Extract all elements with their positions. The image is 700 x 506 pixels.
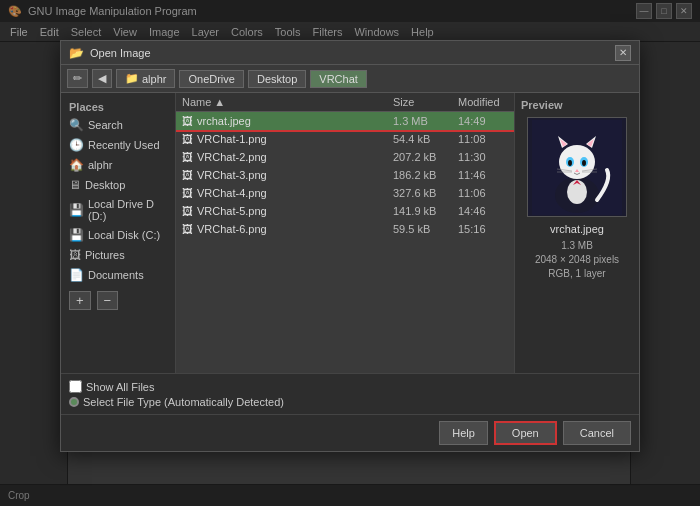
dialog-title-bar: 📂 Open Image ✕ — [61, 41, 639, 65]
places-item-recently-used[interactable]: 🕒 Recently Used — [61, 135, 175, 155]
places-header: Places — [61, 97, 175, 115]
image-icon: 🖼 — [182, 205, 193, 217]
dialog-icon: 📂 — [69, 46, 84, 60]
home-icon: 🏠 — [69, 158, 84, 172]
places-item-desktop[interactable]: 🖥 Desktop — [61, 175, 175, 195]
search-icon: 🔍 — [69, 118, 84, 132]
svg-point-10 — [568, 160, 572, 166]
image-icon: 🖼 — [182, 115, 193, 127]
breadcrumb-alphr[interactable]: 📁 alphr — [116, 69, 175, 88]
show-all-files-checkbox[interactable] — [69, 380, 82, 393]
file-name-vrchat: 🖼 vrchat.jpeg — [182, 115, 393, 127]
file-item-vrchat-2[interactable]: 🖼 VRChat-2.png 207.2 kB 11:30 — [176, 148, 514, 166]
footer-buttons: Help Open Cancel — [61, 414, 639, 451]
image-icon: 🖼 — [182, 187, 193, 199]
edit-path-button[interactable]: ✏ — [67, 69, 88, 88]
svg-point-11 — [582, 160, 586, 166]
file-item-vrchat-5[interactable]: 🖼 VRChat-5.png 141.9 kB 14:46 — [176, 202, 514, 220]
column-name[interactable]: Name ▲ — [182, 96, 393, 108]
file-item-vrchat-jpeg[interactable]: 🖼 vrchat.jpeg 1.3 MB 14:49 — [176, 112, 514, 130]
documents-icon: 📄 — [69, 268, 84, 282]
clock-icon: 🕒 — [69, 138, 84, 152]
places-item-drive-c[interactable]: 💾 Local Disk (C:) — [61, 225, 175, 245]
add-bookmark-button[interactable]: + — [69, 291, 91, 310]
dialog-content: Places 🔍 Search 🕒 Recently Used 🏠 alphr … — [61, 93, 639, 373]
file-item-vrchat-1[interactable]: 🖼 VRChat-1.png 54.4 kB 11:08 — [176, 130, 514, 148]
sort-icon: ▲ — [214, 96, 225, 108]
image-icon: 🖼 — [182, 169, 193, 181]
image-icon: 🖼 — [182, 151, 193, 163]
column-size[interactable]: Size — [393, 96, 458, 108]
places-item-drive-d[interactable]: 💾 Local Drive D (D:) — [61, 195, 175, 225]
preview-image — [527, 117, 627, 217]
open-image-dialog: 📂 Open Image ✕ ✏ ◀ 📁 alphr OneDrive Desk… — [60, 40, 640, 452]
breadcrumb-onedrive[interactable]: OneDrive — [179, 70, 243, 88]
dialog-close-button[interactable]: ✕ — [615, 45, 631, 61]
help-button[interactable]: Help — [439, 421, 488, 445]
file-item-vrchat-4[interactable]: 🖼 VRChat-4.png 327.6 kB 11:06 — [176, 184, 514, 202]
column-modified[interactable]: Modified — [458, 96, 508, 108]
dialog-title: Open Image — [90, 47, 151, 59]
back-button[interactable]: ◀ — [92, 69, 112, 88]
file-list-header: Name ▲ Size Modified — [176, 93, 514, 112]
file-item-vrchat-3[interactable]: 🖼 VRChat-3.png 186.2 kB 11:46 — [176, 166, 514, 184]
remove-bookmark-button[interactable]: − — [97, 291, 119, 310]
dialog-footer: Show All Files Select File Type (Automat… — [61, 373, 639, 451]
preview-panel: Preview — [514, 93, 639, 373]
folder-icon: 📁 — [125, 72, 139, 85]
svg-point-3 — [559, 145, 595, 179]
image-icon: 🖼 — [182, 223, 193, 235]
preview-header: Preview — [521, 99, 563, 111]
open-button[interactable]: Open — [494, 421, 557, 445]
desktop-icon: 🖥 — [69, 178, 81, 192]
drive-d-icon: 💾 — [69, 203, 84, 217]
places-item-documents[interactable]: 📄 Documents — [61, 265, 175, 285]
show-all-files-option[interactable]: Show All Files — [69, 380, 631, 393]
file-list: 🖼 vrchat.jpeg 1.3 MB 14:49 🖼 VRChat-1.pn… — [176, 112, 514, 373]
file-size-vrchat: 1.3 MB — [393, 115, 458, 127]
pictures-icon: 🖼 — [69, 248, 81, 262]
location-bar: ✏ ◀ 📁 alphr OneDrive Desktop VRChat — [61, 65, 639, 93]
svg-point-2 — [567, 180, 587, 204]
places-item-alphr[interactable]: 🏠 alphr — [61, 155, 175, 175]
select-file-type-option[interactable]: Select File Type (Automatically Detected… — [69, 396, 631, 408]
file-panel: Name ▲ Size Modified 🖼 vrchat.jpeg 1.3 M… — [176, 93, 514, 373]
footer-options: Show All Files Select File Type (Automat… — [61, 374, 639, 414]
file-type-radio — [69, 397, 79, 407]
places-panel: Places 🔍 Search 🕒 Recently Used 🏠 alphr … — [61, 93, 176, 373]
places-item-search[interactable]: 🔍 Search — [61, 115, 175, 135]
places-item-pictures[interactable]: 🖼 Pictures — [61, 245, 175, 265]
breadcrumb-vrchat[interactable]: VRChat — [310, 70, 367, 88]
image-icon: 🖼 — [182, 133, 193, 145]
drive-c-icon: 💾 — [69, 228, 84, 242]
file-item-vrchat-6[interactable]: 🖼 VRChat-6.png 59.5 kB 15:16 — [176, 220, 514, 238]
file-time-vrchat: 14:49 — [458, 115, 508, 127]
back-icon: ◀ — [98, 72, 106, 85]
preview-svg — [532, 120, 622, 215]
breadcrumb-desktop[interactable]: Desktop — [248, 70, 306, 88]
cancel-button[interactable]: Cancel — [563, 421, 631, 445]
preview-info: 1.3 MB 2048 × 2048 pixels RGB, 1 layer — [535, 239, 619, 281]
modal-overlay: 📂 Open Image ✕ ✏ ◀ 📁 alphr OneDrive Desk… — [0, 0, 700, 506]
preview-filename: vrchat.jpeg — [550, 223, 604, 235]
